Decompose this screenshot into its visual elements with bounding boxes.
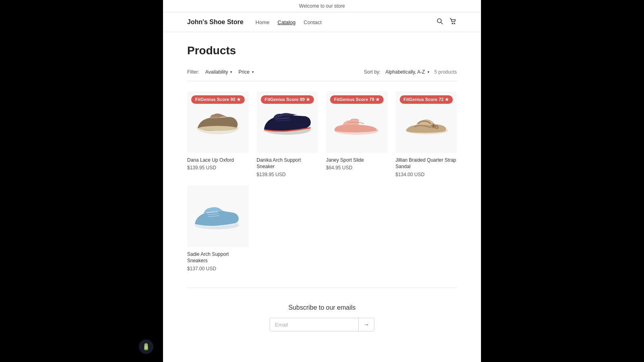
svg-point-5 bbox=[198, 126, 237, 131]
store-name: John's Shoe Store bbox=[187, 19, 244, 26]
fitgenius-badge: FitGenius Score 79 ★ bbox=[330, 95, 384, 104]
product-name: Jillian Braided Quarter Strap Sandal bbox=[396, 157, 457, 171]
chevron-down-icon: ▾ bbox=[230, 70, 232, 74]
product-image bbox=[187, 185, 249, 247]
product-count: 5 products bbox=[434, 69, 457, 75]
svg-point-3 bbox=[454, 23, 455, 24]
svg-point-11 bbox=[435, 125, 438, 129]
sort-label: Sort by: bbox=[364, 69, 380, 75]
main-nav: Home Catalog Contact bbox=[256, 19, 436, 25]
price-filter[interactable]: Price ▾ bbox=[238, 69, 254, 75]
product-price: $64.95 USD bbox=[326, 165, 388, 171]
second-row: Sadie Arch Support Sneakers $137.00 USD bbox=[187, 185, 457, 272]
search-icon bbox=[437, 18, 443, 25]
shoe-slide-icon bbox=[328, 106, 385, 138]
product-price: $139.95 USD bbox=[187, 165, 249, 171]
svg-point-0 bbox=[438, 19, 442, 23]
product-name: Sadie Arch Support Sneakers bbox=[187, 251, 249, 265]
shoe-oxford-icon bbox=[192, 106, 244, 138]
product-image: FitGenius Score 79 ★ bbox=[326, 91, 388, 153]
product-price: $134.00 USD bbox=[396, 172, 457, 177]
shoe-sandal-icon bbox=[398, 106, 454, 138]
fitgenius-badge: FitGenius Score 89 ★ bbox=[261, 95, 314, 104]
svg-line-1 bbox=[441, 23, 443, 25]
product-price: $137.00 USD bbox=[187, 266, 249, 272]
product-card[interactable]: FitGenius Score 79 ★ Janey Sport Slide $… bbox=[326, 91, 388, 177]
chevron-down-icon: ▾ bbox=[252, 70, 254, 74]
nav-contact[interactable]: Contact bbox=[303, 19, 322, 25]
header-icons bbox=[436, 17, 457, 27]
subscribe-title: Subscribe to our emails bbox=[195, 304, 449, 311]
product-price: $139.95 USD bbox=[257, 172, 318, 177]
email-form: → bbox=[270, 318, 374, 331]
nav-catalog[interactable]: Catalog bbox=[278, 19, 296, 25]
product-card[interactable]: FitGenius Score 90 ★ Dana Lace Up Oxford… bbox=[187, 91, 249, 177]
arrow-right-icon: → bbox=[363, 321, 369, 328]
shoe-arch-icon bbox=[190, 199, 246, 233]
search-button[interactable] bbox=[436, 17, 444, 27]
product-image: FitGenius Score 90 ★ bbox=[187, 91, 249, 153]
filter-left: Filter: Availability ▾ Price ▾ bbox=[187, 69, 254, 75]
cart-icon bbox=[450, 18, 456, 25]
chevron-down-icon: ▾ bbox=[427, 70, 429, 74]
svg-point-2 bbox=[452, 23, 453, 24]
subscribe-section: Subscribe to our emails → bbox=[187, 288, 457, 348]
email-input[interactable] bbox=[270, 318, 358, 331]
svg-point-10 bbox=[432, 125, 434, 127]
product-card[interactable]: FitGenius Score 72 ★ bbox=[396, 91, 457, 177]
product-card[interactable]: Sadie Arch Support Sneakers $137.00 USD bbox=[187, 185, 249, 272]
availability-filter[interactable]: Availability ▾ bbox=[205, 69, 232, 75]
shopify-icon bbox=[142, 343, 150, 351]
fitgenius-badge: FitGenius Score 90 ★ bbox=[191, 95, 245, 104]
header: John's Shoe Store Home Catalog Contact bbox=[163, 12, 481, 32]
announcement-text: Welcome to our store bbox=[299, 3, 345, 9]
products-grid: FitGenius Score 90 ★ Dana Lace Up Oxford… bbox=[187, 91, 457, 177]
email-submit-button[interactable]: → bbox=[358, 318, 374, 331]
product-name: Danika Arch Support Sneaker bbox=[257, 157, 318, 171]
product-name: Janey Sport Slide bbox=[326, 157, 388, 164]
filter-label: Filter: bbox=[187, 69, 199, 75]
fitgenius-badge: FitGenius Score 72 ★ bbox=[400, 95, 453, 104]
product-image: FitGenius Score 72 ★ bbox=[396, 91, 457, 153]
product-name: Dana Lace Up Oxford bbox=[187, 157, 249, 164]
nav-home[interactable]: Home bbox=[256, 19, 270, 25]
page-title: Products bbox=[187, 44, 457, 57]
main-content: Products Filter: Availability ▾ Price ▾ … bbox=[163, 32, 481, 362]
filter-right: Sort by: Alphabetically, A-Z ▾ 5 product… bbox=[364, 69, 457, 75]
product-card[interactable]: FitGenius Score 89 ★ Danika Arch Support… bbox=[257, 91, 318, 177]
filter-bar: Filter: Availability ▾ Price ▾ Sort by: … bbox=[187, 69, 457, 81]
shopify-badge[interactable] bbox=[139, 339, 153, 354]
shoe-sneaker-icon bbox=[259, 105, 316, 139]
cart-button[interactable] bbox=[449, 17, 457, 27]
product-image: FitGenius Score 89 ★ bbox=[257, 91, 318, 153]
announcement-bar: Welcome to our store bbox=[163, 0, 481, 12]
sort-dropdown[interactable]: Alphabetically, A-Z ▾ bbox=[385, 69, 429, 75]
